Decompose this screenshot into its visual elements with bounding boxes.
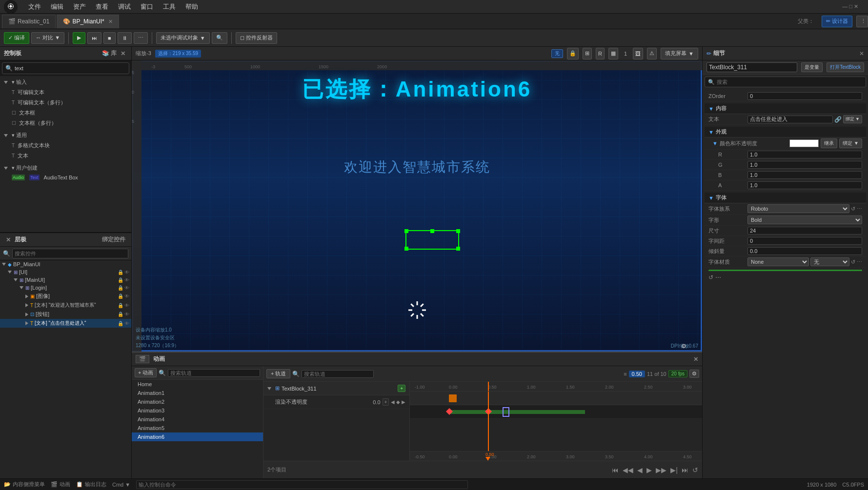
transport-loop[interactable]: ↺	[692, 466, 698, 474]
inherit-btn[interactable]: 继承	[821, 138, 837, 148]
font-toggle[interactable]: ▼	[708, 195, 714, 201]
canvas-selected-widget[interactable]	[405, 230, 459, 250]
layer-root[interactable]: ◆ BP_MianUI	[0, 260, 131, 268]
track-add-key-btn[interactable]: +	[398, 385, 405, 392]
details-close-btn[interactable]: ✕	[859, 50, 864, 57]
material-action-2[interactable]: ⋯	[715, 274, 721, 281]
layer-eye-icon-2[interactable]: 👁	[124, 277, 129, 283]
text-bind-btn[interactable]: 绑定 ▼	[843, 115, 862, 123]
letter-spacing-input[interactable]	[747, 237, 862, 245]
tab-bp-mianui[interactable]: 🎨 BP_MianUI* ✕	[57, 15, 119, 28]
layer-lock-icon[interactable]: 🔒	[118, 270, 123, 275]
canvas-grid2-btn[interactable]: ▦	[608, 48, 618, 59]
track-search-input[interactable]	[302, 370, 374, 378]
palette-close-btn[interactable]: ✕	[119, 49, 127, 58]
text-bind-icon[interactable]: 🔗	[834, 116, 842, 123]
add-track-btn[interactable]: + 轨道	[266, 369, 290, 378]
extra-btn[interactable]: ⋯	[134, 32, 148, 44]
palette-search-input[interactable]	[15, 65, 126, 71]
anim-close-btn[interactable]: ✕	[693, 356, 698, 363]
layer-item-mainui[interactable]: ⊞ [MainUI] 🔒 👁	[0, 276, 131, 284]
anim-item-home[interactable]: Home	[132, 380, 263, 389]
layer-lock-icon-7[interactable]: 🔒	[118, 321, 123, 326]
color-bind-btn[interactable]: 绑定 ▼	[839, 138, 862, 148]
canvas-viewport[interactable]: -3 500 1000 1500 2000 505 已选择：Animation6…	[132, 60, 702, 352]
anim-item-5[interactable]: Animation5	[132, 424, 263, 432]
play-btn[interactable]: ▶	[73, 32, 85, 44]
layer-item-login[interactable]: ⊞ [Login] 🔒 👁	[0, 284, 131, 292]
text-value-input[interactable]	[747, 116, 833, 123]
r-input[interactable]	[747, 151, 862, 158]
palette-section-common-header[interactable]: ▾ 通用	[0, 130, 131, 140]
layer-item-text-welcome[interactable]: T [文本] "欢迎进入智慧城市系" 🔒 👁	[0, 301, 131, 310]
search-btn[interactable]: 🔍	[212, 32, 227, 44]
canvas-lock-btn[interactable]: 🔒	[567, 48, 579, 59]
details-search-box[interactable]: 🔍	[705, 77, 866, 87]
prop-add-key-btn[interactable]: +	[383, 398, 389, 406]
palette-section-input-header[interactable]: ▾ 输入	[0, 77, 131, 87]
library-btn[interactable]: 📚 库	[100, 48, 119, 59]
tab-close-btn[interactable]: ✕	[108, 19, 113, 25]
material-dots-icon[interactable]: ⋯	[857, 259, 862, 265]
a-input[interactable]	[747, 181, 862, 189]
material-select[interactable]: None	[747, 257, 809, 266]
transport-prev-key[interactable]: ◀◀	[623, 466, 633, 474]
material-refresh-icon[interactable]: ↺	[851, 259, 855, 265]
layer-eye-icon-4[interactable]: 👁	[124, 294, 129, 299]
layer-eye-icon-5[interactable]: 👁	[124, 303, 129, 308]
anim-settings-btn[interactable]: ⚙	[689, 370, 699, 378]
anim-search-input[interactable]	[168, 369, 260, 377]
anim-item-3[interactable]: Animation3	[132, 406, 263, 415]
screen-size-dropdown[interactable]: 填充屏幕 ▼	[661, 48, 698, 59]
content-toggle[interactable]: ▼	[708, 106, 714, 112]
layer-item-button[interactable]: ⊡ [按钮] 🔒 👁	[0, 310, 131, 319]
layer-eye-icon-7[interactable]: 👁	[124, 321, 129, 326]
color-toggle[interactable]: ▼	[712, 140, 718, 146]
anim-item-4[interactable]: Animation4	[132, 415, 263, 424]
appearance-toggle[interactable]: ▼	[708, 129, 714, 135]
layer-item-image[interactable]: ▣ [图像] 🔒 👁	[0, 292, 131, 301]
resize-handle-bl[interactable]	[404, 247, 408, 251]
zorder-input[interactable]	[747, 92, 862, 100]
menu-tools[interactable]: 工具	[158, 1, 181, 13]
palette-item-textbox[interactable]: ☐ 文本框	[0, 108, 131, 118]
bind-widget-btn[interactable]: 绑定控件	[100, 235, 127, 245]
b-input[interactable]	[747, 171, 862, 179]
reflect-btn[interactable]: ◻ 控件反射器	[236, 32, 277, 44]
layer-lock-icon-4[interactable]: 🔒	[118, 294, 123, 299]
resize-handle-tc[interactable]	[430, 229, 434, 233]
tab-realistic[interactable]: 🎬 Realistic_01	[2, 15, 56, 28]
skew-input[interactable]	[747, 247, 862, 255]
resize-handle-tr[interactable]	[456, 229, 460, 233]
palette-search-box[interactable]: 🔍	[2, 62, 129, 74]
layer-lock-icon-2[interactable]: 🔒	[118, 277, 123, 283]
status-output[interactable]: 📋 输出日志	[76, 481, 106, 488]
canvas-grid-btn[interactable]: ⊞	[583, 48, 592, 59]
menu-asset[interactable]: 资产	[68, 1, 91, 13]
resize-handle-br[interactable]	[456, 247, 460, 251]
transport-next-key[interactable]: ▶|	[670, 466, 678, 474]
pause-btn[interactable]: ⏸	[118, 32, 132, 44]
palette-section-user-header[interactable]: ▾ 用户创建	[0, 163, 131, 173]
transport-start[interactable]: ⏮	[612, 466, 619, 474]
step-btn[interactable]: ⏭	[87, 32, 101, 44]
font-dots-icon[interactable]: ⋯	[857, 206, 862, 212]
canvas-settings-icon[interactable]: ⚙	[681, 343, 686, 350]
anim-header-btn[interactable]: 🎬	[136, 355, 149, 363]
resize-handle-tl[interactable]	[404, 229, 408, 233]
open-textblock-btn[interactable]: 打开TextBlock	[827, 62, 864, 72]
layer-eye-icon[interactable]: 👁	[124, 270, 129, 275]
layer-search-input[interactable]	[12, 249, 128, 258]
debug-target-dropdown[interactable]: 未选中调试对象 ▼	[156, 32, 210, 44]
palette-item-editable-text-multi[interactable]: T 可编辑文本（多行）	[0, 98, 131, 108]
layer-eye-icon-3[interactable]: 👁	[124, 285, 129, 291]
palette-item-text[interactable]: T 文本	[0, 151, 131, 161]
menu-file[interactable]: 文件	[23, 1, 46, 13]
console-input[interactable]	[136, 480, 468, 489]
component-name-input[interactable]	[707, 62, 797, 72]
material-action-1[interactable]: ↺	[708, 274, 713, 281]
details-search-input[interactable]	[717, 79, 863, 85]
menu-edit[interactable]: 编辑	[46, 1, 68, 13]
prop-key-controls[interactable]: ◀ ◆ ▶	[391, 399, 405, 405]
font-refresh-icon[interactable]: ↺	[851, 206, 855, 212]
